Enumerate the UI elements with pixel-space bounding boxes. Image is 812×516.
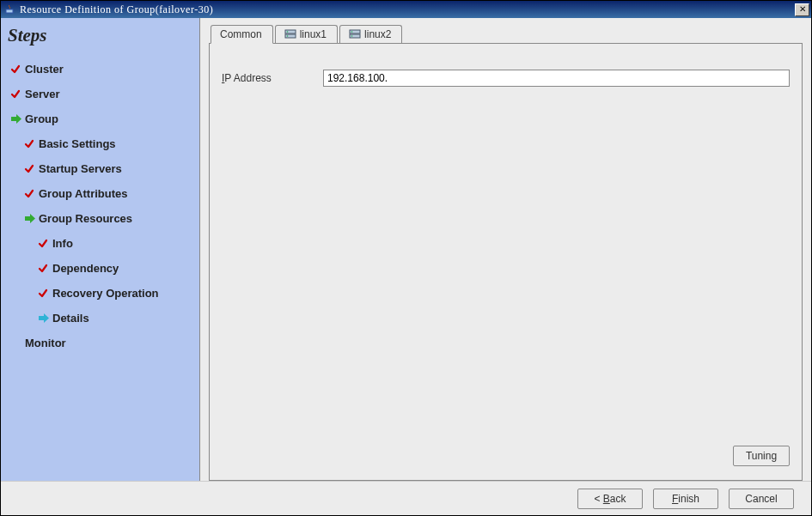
step-item[interactable]: Startup Servers: [8, 156, 194, 181]
java-app-icon: [4, 3, 16, 15]
check-icon: [23, 139, 35, 149]
panel-footer: Tuning: [222, 444, 790, 471]
svg-point-8: [351, 35, 353, 37]
ip-address-row: IP Address: [222, 70, 790, 87]
tuning-button[interactable]: Tuning: [733, 446, 790, 466]
step-label: Basic Settings: [39, 137, 116, 150]
tab[interactable]: Common: [211, 25, 273, 44]
finish-button[interactable]: Finish: [653, 489, 718, 509]
step-item[interactable]: Group Attributes: [8, 181, 194, 206]
step-label: Recovery Operation: [52, 287, 159, 300]
tab-panel-common: IP Address Tuning: [209, 43, 803, 481]
check-icon: [9, 64, 21, 75]
svg-point-3: [286, 31, 288, 33]
arrow-right-green-icon: [9, 114, 21, 124]
step-item[interactable]: Dependency: [8, 256, 194, 281]
tab-label: Common: [220, 28, 262, 40]
arrow-right-green-icon: [23, 214, 35, 223]
dialog-window: Resource Definition of Group(failover-30…: [0, 0, 812, 516]
step-label: Group: [25, 112, 58, 125]
steps-sidebar: Steps ClusterServerGroupBasic SettingsSt…: [1, 18, 200, 481]
step-label: Server: [25, 88, 59, 100]
cancel-button[interactable]: Cancel: [729, 489, 794, 509]
server-icon: [349, 29, 361, 39]
step-label: Startup Servers: [39, 162, 122, 175]
step-item[interactable]: Recovery Operation: [8, 281, 194, 306]
tab-strip: Commonlinux1linux2: [211, 25, 803, 43]
step-item[interactable]: Group Resources: [8, 206, 194, 231]
tab[interactable]: linux1: [275, 25, 338, 43]
step-label: Monitor: [25, 337, 66, 349]
check-icon: [23, 189, 35, 199]
step-label: Cluster: [25, 63, 64, 76]
check-icon: [37, 264, 49, 274]
step-label: Group Resources: [39, 212, 132, 225]
step-label: Details: [52, 312, 89, 325]
arrow-right-blue-icon: [37, 313, 49, 323]
step-item[interactable]: Group: [8, 106, 194, 131]
back-button[interactable]: < Back: [577, 489, 643, 509]
step-item[interactable]: Info: [8, 231, 194, 256]
check-icon: [37, 239, 49, 249]
tab-label: linux2: [364, 28, 391, 40]
content-pane: Commonlinux1linux2 IP Address Tuning: [200, 18, 811, 481]
tab-label: linux1: [300, 28, 327, 40]
step-label: Group Attributes: [39, 187, 128, 200]
step-item[interactable]: Server: [8, 82, 194, 106]
step-item[interactable]: Monitor: [8, 331, 194, 355]
step-label: Info: [52, 237, 73, 250]
sidebar-title: Steps: [8, 25, 194, 46]
check-icon: [23, 164, 35, 174]
titlebar: Resource Definition of Group(failover-30…: [1, 1, 811, 18]
step-label: Dependency: [52, 262, 119, 275]
ip-address-input[interactable]: [323, 70, 790, 87]
svg-point-4: [286, 35, 288, 37]
server-icon: [284, 29, 296, 39]
check-icon: [37, 288, 49, 299]
main-area: Steps ClusterServerGroupBasic SettingsSt…: [1, 18, 811, 481]
check-icon: [9, 89, 21, 100]
tab[interactable]: linux2: [339, 25, 402, 43]
ip-address-label: IP Address: [222, 72, 323, 84]
svg-point-7: [351, 31, 353, 33]
step-item[interactable]: Basic Settings: [8, 131, 194, 156]
titlebar-text: Resource Definition of Group(failover-30…: [20, 3, 795, 16]
dialog-button-bar: < Back Finish Cancel: [1, 481, 811, 515]
steps-list: ClusterServerGroupBasic SettingsStartup …: [8, 57, 194, 355]
close-button[interactable]: ✕: [795, 3, 809, 16]
dialog-body: Steps ClusterServerGroupBasic SettingsSt…: [1, 18, 811, 515]
svg-rect-0: [6, 9, 13, 13]
step-item[interactable]: Cluster: [8, 57, 194, 82]
step-item[interactable]: Details: [8, 306, 194, 331]
